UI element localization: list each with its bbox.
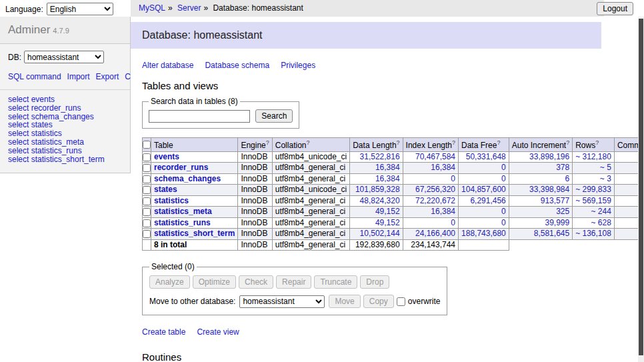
move-db-select[interactable]: homeassistant bbox=[239, 295, 325, 308]
column-help-icon: ? bbox=[595, 139, 599, 146]
table-name-link[interactable]: schema_changes bbox=[154, 174, 221, 183]
selected-buttons: AnalyzeOptimizeCheckRepairTruncateDrop bbox=[149, 275, 440, 289]
database-action-link[interactable]: Privileges bbox=[281, 61, 315, 70]
breadcrumb-link[interactable]: Server bbox=[177, 3, 201, 13]
engine-cell: InnoDB bbox=[238, 151, 272, 163]
totals-label-cell: 8 in total bbox=[151, 239, 238, 251]
copy-button[interactable]: Copy bbox=[363, 295, 394, 308]
selected-action-button[interactable]: Analyze bbox=[149, 275, 190, 289]
row-checkbox[interactable] bbox=[143, 164, 151, 172]
column-header: Collation? bbox=[272, 138, 349, 152]
totals-row: 8 in total InnoDB utf8mb4_general_ci 192… bbox=[143, 239, 644, 251]
db-selector-row: DB: homeassistant bbox=[0, 44, 130, 67]
adminer-logo-link[interactable]: Adminer bbox=[8, 23, 50, 36]
sidebar-table-link[interactable]: select statistics_short_term bbox=[8, 155, 122, 164]
rows-count-cell: ~ 569,159 bbox=[573, 195, 615, 207]
selected-action-button[interactable]: Check bbox=[239, 275, 273, 289]
selected-action-button[interactable]: Truncate bbox=[314, 275, 357, 289]
index-length-cell: 24,166,400 bbox=[403, 229, 458, 240]
totals-index-length-cell: 234,143,744 bbox=[403, 239, 458, 251]
table-name-link[interactable]: recorder_runs bbox=[154, 163, 208, 172]
table-name-link[interactable]: statistics_meta bbox=[154, 207, 212, 216]
create-link[interactable]: Create table bbox=[142, 327, 185, 337]
totals-collation-cell: utf8mb4_general_ci bbox=[272, 239, 349, 251]
data-length-cell: 49,152 bbox=[350, 207, 403, 218]
sidebar-action-link[interactable]: Import bbox=[67, 72, 90, 81]
table-row: statistics_short_term InnoDB utf8mb4_gen… bbox=[143, 229, 644, 240]
move-label: Move to other database: bbox=[149, 297, 235, 306]
data-free-cell: 104,857,600 bbox=[459, 185, 509, 196]
select-all-checkbox[interactable] bbox=[143, 141, 151, 149]
collation-cell: utf8mb4_general_ci bbox=[272, 207, 349, 218]
database-action-link[interactable]: Alter database bbox=[142, 61, 193, 70]
search-button[interactable]: Search bbox=[255, 109, 293, 123]
create-link[interactable]: Create view bbox=[197, 327, 239, 337]
table-row: statistics_runs InnoDB utf8mb4_general_c… bbox=[143, 217, 644, 229]
column-header: Data Length? bbox=[350, 138, 403, 152]
table-name-link[interactable]: events bbox=[154, 152, 179, 161]
rows-count-cell: ~ 136,108 bbox=[573, 229, 615, 240]
auto-increment-cell: 913,577 bbox=[509, 195, 572, 207]
rows-count-cell: ~ 5 bbox=[573, 163, 615, 174]
move-button[interactable]: Move bbox=[329, 295, 360, 308]
selected-action-button[interactable]: Repair bbox=[276, 275, 311, 289]
sidebar-action-link[interactable]: Export bbox=[96, 72, 119, 81]
sidebar-table-link[interactable]: select events bbox=[8, 95, 122, 104]
collation-cell: utf8mb4_unicode_ci bbox=[272, 151, 349, 163]
rows-count-cell: ~ 244 bbox=[573, 207, 615, 218]
scrollbar-thumb[interactable] bbox=[639, 19, 643, 355]
selected-legend: Selected (0) bbox=[149, 262, 197, 271]
database-action-link[interactable]: Database schema bbox=[205, 61, 269, 70]
search-input[interactable] bbox=[149, 110, 250, 123]
data-free-cell: 50,331,648 bbox=[459, 151, 509, 163]
language-select[interactable]: English bbox=[47, 3, 113, 15]
row-checkbox[interactable] bbox=[143, 153, 151, 161]
engine-cell: InnoDB bbox=[238, 229, 272, 240]
column-header: Rows? bbox=[573, 138, 615, 152]
table-name-cell: statistics_runs bbox=[151, 217, 238, 229]
row-checkbox[interactable] bbox=[143, 175, 151, 183]
table-row: schema_changes InnoDB utf8mb4_general_ci… bbox=[143, 173, 644, 185]
rows-count-cell: ~ 628 bbox=[573, 217, 615, 229]
row-checkbox-cell bbox=[143, 217, 151, 229]
column-help-icon: ? bbox=[397, 139, 400, 146]
row-checkbox[interactable] bbox=[143, 230, 151, 238]
row-checkbox[interactable] bbox=[143, 208, 151, 216]
data-free-cell: 0 bbox=[459, 173, 509, 185]
table-name-link[interactable]: states bbox=[154, 185, 177, 194]
selected-action-button[interactable]: Optimize bbox=[193, 275, 236, 289]
search-fieldset: Search data in tables (8) Search bbox=[142, 97, 299, 129]
db-select[interactable]: homeassistant bbox=[24, 51, 104, 63]
row-checkbox-cell bbox=[143, 185, 151, 196]
breadcrumb: MySQL» Server» Database: homeassistant bbox=[131, 0, 604, 17]
engine-cell: InnoDB bbox=[238, 163, 272, 174]
overwrite-checkbox[interactable] bbox=[397, 297, 405, 306]
sidebar-table-link[interactable]: select statistics_runs bbox=[8, 147, 122, 155]
db-label: DB: bbox=[8, 53, 21, 62]
table-name-link[interactable]: statistics_runs bbox=[154, 218, 211, 227]
selected-action-button[interactable]: Drop bbox=[360, 275, 389, 289]
collation-cell: utf8mb4_general_ci bbox=[272, 163, 349, 174]
row-checkbox[interactable] bbox=[143, 186, 151, 194]
data-length-cell: 48,824,320 bbox=[350, 195, 403, 207]
search-legend: Search data in tables (8) bbox=[149, 97, 240, 106]
sidebar-table-link[interactable]: select recorder_runs bbox=[8, 104, 122, 113]
table-name-cell: statistics bbox=[151, 195, 238, 207]
table-name-cell: statistics_meta bbox=[151, 207, 238, 218]
row-checkbox[interactable] bbox=[143, 219, 151, 227]
row-checkbox[interactable] bbox=[143, 197, 151, 205]
move-row: Move to other database: homeassistant Mo… bbox=[149, 295, 440, 308]
column-header: Data Free? bbox=[459, 138, 509, 152]
logout-button[interactable]: Logout bbox=[597, 2, 633, 15]
auto-increment-cell: 8,581,645 bbox=[509, 229, 572, 240]
overwrite-label: overwrite bbox=[408, 297, 441, 306]
sidebar-action-link[interactable]: SQL command bbox=[8, 72, 61, 81]
table-row: recorder_runs InnoDB utf8mb4_general_ci … bbox=[143, 163, 644, 174]
sidebar-table-link[interactable]: select statistics_meta bbox=[8, 138, 122, 147]
breadcrumb-link[interactable]: MySQL bbox=[139, 3, 165, 13]
row-checkbox-cell bbox=[143, 151, 151, 163]
collation-cell: utf8mb4_general_ci bbox=[272, 229, 349, 240]
table-name-link[interactable]: statistics_short_term bbox=[154, 229, 235, 238]
table-row: statistics InnoDB utf8mb4_general_ci 48,… bbox=[143, 195, 644, 207]
table-name-link[interactable]: statistics bbox=[154, 196, 189, 205]
